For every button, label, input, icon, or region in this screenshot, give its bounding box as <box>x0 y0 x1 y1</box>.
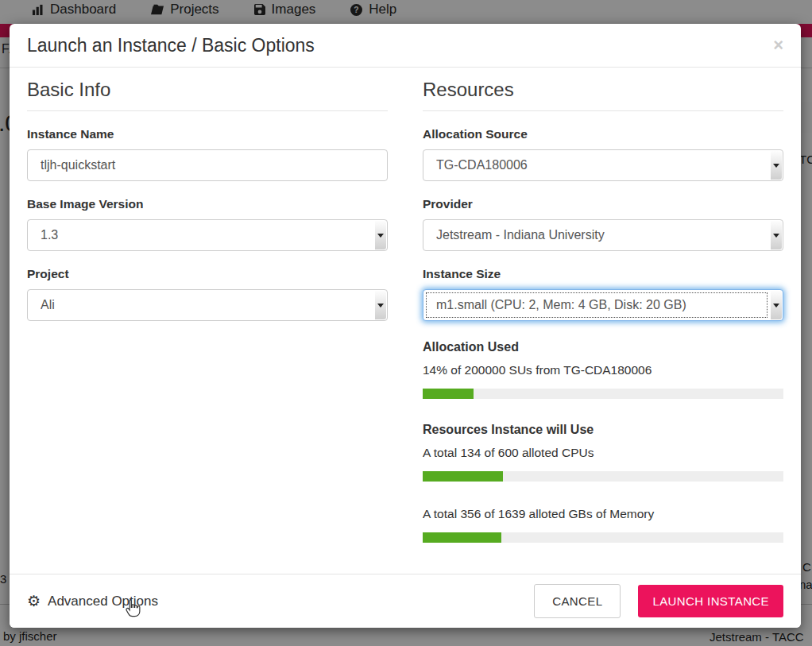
provider-select[interactable]: Jetstream - Indiana University <box>423 219 783 251</box>
resources-will-use-heading: Resources Instance will Use <box>423 423 783 437</box>
launch-instance-modal: Launch an Instance / Basic Options × Bas… <box>10 24 801 628</box>
modal-title: Launch an Instance / Basic Options <box>27 35 315 56</box>
base-image-version-select[interactable]: 1.3 <box>27 219 388 251</box>
provider-label: Provider <box>423 197 783 211</box>
selected-value: Jetstream - Indiana University <box>436 228 605 242</box>
chevron-down-icon <box>771 221 782 250</box>
progress-fill <box>423 532 501 543</box>
memory-usage-progressbar <box>423 532 783 543</box>
project-label: Project <box>27 267 388 281</box>
selected-value: TG-CDA180006 <box>436 158 528 172</box>
cancel-button[interactable]: CANCEL <box>534 584 621 618</box>
allocation-used-text: 14% of 200000 SUs from TG-CDA180006 <box>423 363 783 377</box>
cpu-usage-text: A total 134 of 600 alloted CPUs <box>423 446 783 460</box>
memory-usage-text: A total 356 of 1639 alloted GBs of Memor… <box>423 507 783 521</box>
close-icon[interactable]: × <box>773 37 783 54</box>
modal-body: Basic Info Instance Name Base Image Vers… <box>10 68 801 543</box>
progress-fill <box>423 389 474 399</box>
project-select[interactable]: Ali <box>27 289 388 321</box>
instance-name-label: Instance Name <box>27 127 388 141</box>
chevron-down-icon <box>771 151 782 180</box>
instance-size-label: Instance Size <box>423 267 783 281</box>
instance-size-select[interactable]: m1.small (CPU: 2, Mem: 4 GB, Disk: 20 GB… <box>423 289 783 321</box>
progress-fill <box>423 471 503 482</box>
selected-value: Ali <box>41 298 55 312</box>
resources-heading: Resources <box>423 79 783 111</box>
resources-column: Resources Allocation Source TG-CDA180006… <box>423 68 783 543</box>
chevron-down-icon <box>375 291 386 319</box>
hand-pointer-cursor <box>122 598 143 620</box>
gear-icon: ⚙ <box>27 594 41 609</box>
chevron-down-icon <box>771 291 782 319</box>
allocation-source-select[interactable]: TG-CDA180006 <box>423 149 783 181</box>
instance-name-input[interactable] <box>27 149 388 181</box>
basic-info-column: Basic Info Instance Name Base Image Vers… <box>27 68 388 543</box>
selected-value: 1.3 <box>41 228 58 242</box>
cpu-usage-progressbar <box>423 471 783 482</box>
modal-header: Launch an Instance / Basic Options × <box>10 24 801 68</box>
chevron-down-icon <box>375 221 386 250</box>
selected-value: m1.small (CPU: 2, Mem: 4 GB, Disk: 20 GB… <box>436 298 686 312</box>
allocation-used-heading: Allocation Used <box>423 340 783 354</box>
allocation-source-label: Allocation Source <box>423 127 783 141</box>
basic-info-heading: Basic Info <box>27 79 388 111</box>
launch-instance-button[interactable]: LAUNCH INSTANCE <box>638 585 783 617</box>
allocation-used-progressbar <box>423 389 783 399</box>
base-image-version-label: Base Image Version <box>27 197 388 211</box>
